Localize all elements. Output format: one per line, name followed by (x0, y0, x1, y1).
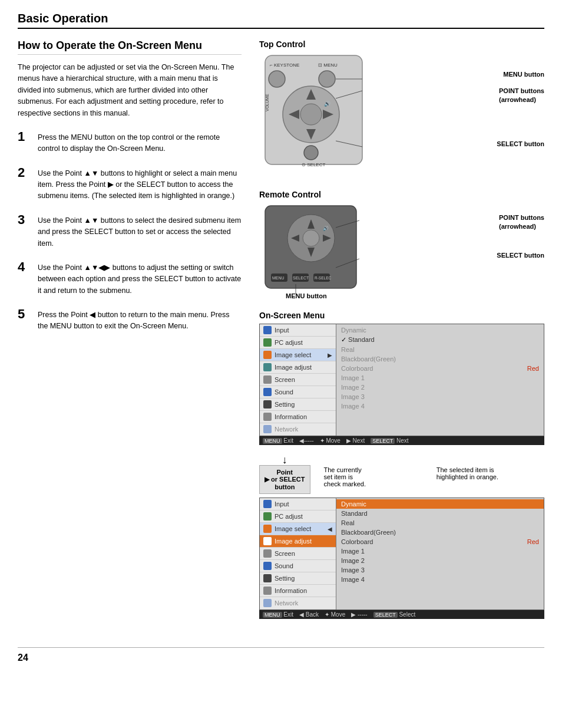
point-buttons-text: POINT buttons(arrowhead) (499, 87, 544, 103)
svg-point-14 (319, 71, 335, 87)
submenu-dynamic[interactable]: Dynamic (336, 325, 544, 335)
annotation-area: ↓ Point▶ or SELECTbutton The currentlyse… (259, 454, 544, 494)
imageselect-icon-2 (263, 525, 272, 533)
menu-right-first: Dynamic Standard Real Blackboard(Green) … (336, 324, 544, 436)
second-menu-container: Input PC adjust Image select ◀ Image adj… (259, 498, 544, 619)
pcadjust-icon (263, 338, 272, 347)
point-select-annotation: ↓ Point▶ or SELECTbutton (259, 454, 310, 494)
step-text-4: Use the Point ▲▼◀▶ buttons to adjust the… (38, 260, 242, 297)
submenu2-real[interactable]: Real (336, 518, 544, 528)
menu-bottom-bar-first: MENU Exit ◀----- ✦ Move ▶ Next SELECT Ne… (259, 436, 544, 445)
main-layout: How to Operate the On-Screen Menu The pr… (18, 39, 544, 630)
step-3: 3 Use the Point ▲▼ buttons to select the… (18, 213, 242, 249)
menu-item-imageselect-2[interactable]: Image select ◀ (260, 523, 336, 535)
imageadjust-icon-2 (263, 537, 272, 545)
first-menu-container: Input PC adjust Image select ▶ Image adj… (259, 324, 544, 445)
menu-item-imageadjust[interactable]: Image adjust (260, 361, 336, 374)
checkmark-annotation: The currentlyset item ischeck marked. (315, 454, 432, 494)
menu-item-input[interactable]: Input (260, 324, 336, 337)
step-2: 2 Use the Point ▲▼ buttons to highlight … (18, 166, 242, 202)
submenu2-colorboard-red: Red (523, 537, 544, 546)
screen-icon-2 (263, 549, 272, 558)
imageselect-icon (263, 351, 272, 359)
page-header: Basic Operation (18, 12, 544, 29)
submenu2-image3[interactable]: Image 3 (336, 565, 544, 575)
svg-text:🔊: 🔊 (324, 100, 331, 107)
submenu2-standard[interactable]: Standard (336, 509, 544, 518)
submenu-image3[interactable]: Image 3 (336, 392, 544, 401)
network-icon-2 (263, 599, 272, 607)
step-4: 4 Use the Point ▲▼◀▶ buttons to adjust t… (18, 260, 242, 297)
menu-item-imageadjust-2[interactable]: Image adjust (260, 535, 336, 548)
menu-item-screen-2[interactable]: Screen (260, 548, 336, 560)
svg-text:MENU: MENU (272, 276, 285, 280)
section-title: How to Operate the On-Screen Menu (18, 39, 242, 55)
top-control-diagram: ⌐ KEYSTONE ⊡ MENU VOLUME 🔊 (259, 52, 544, 179)
submenu-real[interactable]: Real (336, 345, 544, 354)
menu-item-screen[interactable]: Screen (260, 374, 336, 386)
submenu-image2[interactable]: Image 2 (336, 383, 544, 392)
submenu-colorboard-red: Red (523, 364, 544, 373)
step-num-1: 1 (18, 130, 31, 144)
svg-text:SELECT: SELECT (293, 276, 309, 280)
menu-item-setting-2[interactable]: Setting (260, 572, 336, 585)
submenu2-image2[interactable]: Image 2 (336, 556, 544, 565)
setting-icon (263, 400, 272, 409)
menu-item-imageselect[interactable]: Image select ▶ (260, 349, 336, 361)
top-control-section: Top Control ⌐ KEYSTONE ⊡ MENU (259, 39, 544, 179)
svg-point-13 (269, 71, 285, 87)
menu-item-network[interactable]: Network (260, 423, 336, 436)
menu-item-pcadjust[interactable]: PC adjust (260, 337, 336, 349)
menu-item-information[interactable]: Information (260, 411, 336, 423)
svg-point-4 (300, 104, 322, 125)
imageadjust-icon (263, 363, 272, 371)
submenu2-image1[interactable]: Image 1 (336, 546, 544, 556)
top-control-svg: ⌐ KEYSTONE ⊡ MENU VOLUME 🔊 (259, 52, 448, 179)
first-menu: Input PC adjust Image select ▶ Image adj… (259, 324, 544, 436)
page-title: Basic Operation (18, 12, 544, 25)
remote-control-section: Remote Control 🔊 (259, 190, 544, 300)
step-num-4: 4 (18, 260, 31, 274)
setting-icon-2 (263, 574, 272, 582)
submenu2-colorboard[interactable]: Colorboard (336, 537, 378, 546)
menu-item-pcadjust-2[interactable]: PC adjust (260, 510, 336, 523)
step-text-3: Use the Point ▲▼ buttons to select the d… (38, 213, 242, 249)
menu-item-sound[interactable]: Sound (260, 386, 336, 398)
submenu-blackboard[interactable]: Blackboard(Green) (336, 354, 544, 364)
menu-item-sound-2[interactable]: Sound (260, 560, 336, 572)
menu-item-input-2[interactable]: Input (260, 498, 336, 510)
sound-icon-2 (263, 562, 272, 570)
menu-left-second: Input PC adjust Image select ◀ Image adj… (260, 498, 336, 610)
highlight-annotation: The selected item ishighlighted in orang… (437, 454, 544, 494)
submenu-colorboard[interactable]: Colorboard (336, 364, 378, 373)
point-button-box: Point▶ or SELECTbutton (259, 465, 310, 494)
onscreen-menu-section: On-Screen Menu Input PC adjust Image sel… (259, 311, 544, 619)
remote-select-button-label: SELECT button (497, 251, 544, 260)
top-control-title: Top Control (259, 39, 544, 49)
submenu-image4[interactable]: Image 4 (336, 401, 544, 411)
step-num-5: 5 (18, 307, 31, 321)
sound-icon (263, 388, 272, 396)
menu-item-setting[interactable]: Setting (260, 398, 336, 411)
point-buttons-label: POINT buttons(arrowhead) (499, 87, 544, 105)
right-column: Top Control ⌐ KEYSTONE ⊡ MENU (259, 39, 544, 630)
submenu2-image4[interactable]: Image 4 (336, 575, 544, 584)
page-number: 24 (18, 653, 28, 663)
menu-item-network-2[interactable]: Network (260, 597, 336, 610)
network-icon (263, 425, 272, 433)
submenu2-blackboard[interactable]: Blackboard(Green) (336, 528, 544, 537)
submenu-standard[interactable]: Standard (336, 335, 544, 345)
submenu2-dynamic[interactable]: Dynamic (336, 499, 544, 509)
remote-point-buttons-label: POINT buttons(arrowhead) (499, 213, 544, 232)
step-text-2: Use the Point ▲▼ buttons to highlight or… (38, 166, 242, 202)
submenu-image1[interactable]: Image 1 (336, 373, 544, 383)
svg-text:⊡ MENU: ⊡ MENU (318, 62, 338, 68)
svg-text:VOLUME: VOLUME (265, 94, 269, 111)
menu-item-information-2[interactable]: Information (260, 585, 336, 597)
menu-right-second: Dynamic Standard Real Blackboard(Green) … (336, 498, 544, 610)
input-icon (263, 326, 272, 334)
svg-text:🔊: 🔊 (323, 225, 329, 231)
page-footer: 24 (18, 647, 544, 663)
step-5: 5 Press the Point ◀ button to return to … (18, 307, 242, 332)
remote-menu-button-label: MENU button (286, 292, 327, 299)
